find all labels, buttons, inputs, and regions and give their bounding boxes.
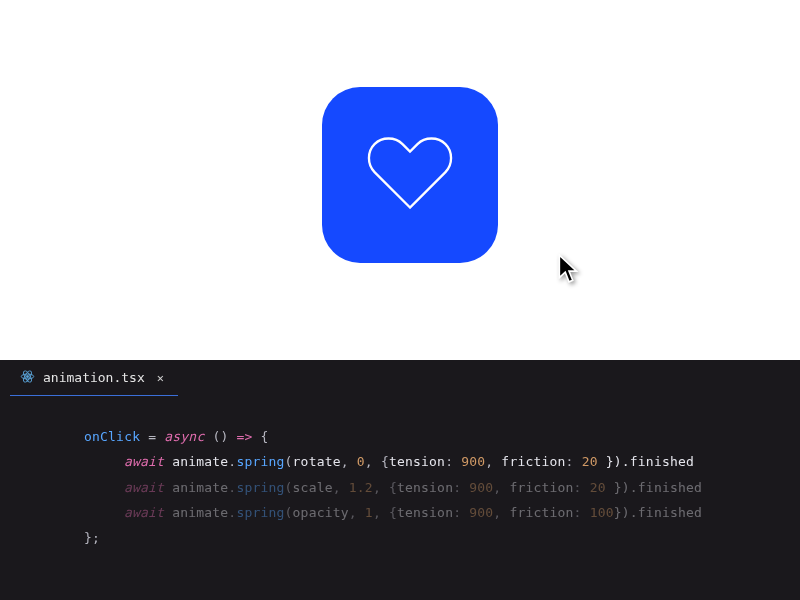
preview-panel xyxy=(0,0,800,360)
cursor-icon xyxy=(557,254,581,288)
code-line-2: await animate.spring(rotate, 0, {tension… xyxy=(84,449,800,474)
tab-animation-tsx[interactable]: animation.tsx ✕ xyxy=(10,360,178,396)
heart-icon xyxy=(363,131,457,219)
code-line-4: await animate.spring(opacity, 1, {tensio… xyxy=(84,500,800,525)
tab-bar: animation.tsx ✕ xyxy=(0,360,800,396)
heart-button[interactable] xyxy=(322,87,498,263)
react-icon xyxy=(20,369,35,387)
code-line-1: onClick = async () => { xyxy=(84,424,800,449)
code-editor: animation.tsx ✕ onClick = async () => { … xyxy=(0,360,800,600)
code-line-3: await animate.spring(scale, 1.2, {tensio… xyxy=(84,475,800,500)
code-line-5: }; xyxy=(84,525,800,550)
close-icon[interactable]: ✕ xyxy=(157,371,164,385)
code-content[interactable]: onClick = async () => { await animate.sp… xyxy=(0,396,800,551)
svg-point-0 xyxy=(26,375,28,377)
tab-filename: animation.tsx xyxy=(43,370,145,385)
